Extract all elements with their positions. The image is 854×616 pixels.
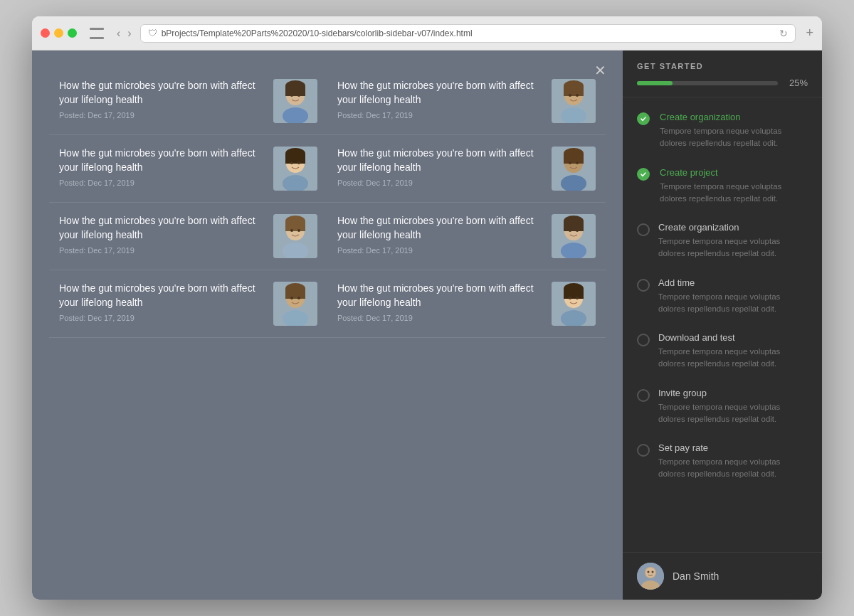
article-item[interactable]: How the gut microbes you're born with af… (49, 68, 327, 135)
article-meta: Posted: Dec 17, 2019 (59, 111, 265, 120)
item-title: Create project (660, 167, 808, 178)
sidebar-step-item[interactable]: Add time Tempore tempora neque voluptas … (623, 269, 822, 324)
sidebar-step-item[interactable]: Set pay rate Tempore tempora neque volup… (623, 434, 822, 489)
check-icon (637, 112, 651, 127)
item-title: Set pay rate (658, 442, 808, 453)
article-text: How the gut microbes you're born with af… (337, 282, 543, 322)
svg-rect-44 (564, 221, 584, 231)
svg-point-15 (561, 108, 586, 123)
progress-bar-fill (637, 81, 673, 85)
article-thumbnail (552, 282, 596, 326)
main-panel: ✕ How the gut microbes you're born with … (32, 51, 623, 600)
article-title: How the gut microbes you're born with af… (337, 214, 543, 242)
svg-point-29 (569, 161, 571, 164)
svg-rect-4 (285, 86, 305, 96)
item-description: Tempore tempora neque voluptas dolores r… (658, 456, 808, 481)
tabs-icon[interactable] (90, 28, 104, 39)
article-title: How the gut microbes you're born with af… (337, 79, 543, 107)
article-item[interactable]: How the gut microbes you're born with af… (327, 135, 606, 203)
article-text: How the gut microbes you're born with af… (337, 147, 543, 187)
item-content: Create project Tempore tempora neque vol… (660, 167, 808, 206)
article-item[interactable]: How the gut microbes you're born with af… (327, 68, 606, 135)
sidebar-step-item[interactable]: Download and test Tempore tempora neque … (623, 324, 822, 379)
article-item[interactable]: How the gut microbes you're born with af… (49, 270, 327, 338)
item-title: Create organization (660, 112, 808, 122)
unchecked-icon (637, 444, 650, 457)
browser-window: ‹ › 🛡 bProjects/Template%20Parts%202020/… (32, 16, 822, 600)
item-description: Tempore tempora neque voluptas dolores r… (658, 291, 808, 316)
item-title: Invite group (658, 388, 808, 398)
svg-point-46 (576, 229, 579, 232)
traffic-lights (41, 28, 77, 38)
sidebar-header: GET STARTED 25% (623, 51, 822, 97)
article-meta: Posted: Dec 17, 2019 (337, 179, 543, 187)
sidebar-step-item[interactable]: Create project Tempore tempora neque vol… (623, 159, 822, 214)
article-meta: Posted: Dec 17, 2019 (59, 246, 265, 255)
item-content: Add time Tempore tempora neque voluptas … (658, 277, 808, 316)
article-text: How the gut microbes you're born with af… (337, 214, 543, 255)
svg-rect-12 (564, 86, 584, 96)
svg-rect-28 (564, 154, 584, 164)
reload-button[interactable]: ↻ (779, 28, 788, 39)
article-title: How the gut microbes you're born with af… (337, 282, 543, 309)
article-title: How the gut microbes you're born with af… (59, 147, 265, 174)
sidebar-step-item[interactable]: Invite group Tempore tempora neque volup… (623, 379, 822, 435)
sidebar-items-list: Create organization Tempore tempora nequ… (623, 97, 822, 552)
svg-point-62 (576, 297, 579, 299)
progress-row: 25% (637, 78, 808, 88)
article-text: How the gut microbes you're born with af… (337, 79, 543, 120)
item-description: Tempore tempora neque voluptas dolores r… (658, 401, 808, 426)
article-title: How the gut microbes you're born with af… (337, 147, 543, 174)
item-description: Tempore tempora neque voluptas dolores r… (660, 181, 808, 206)
user-name: Dan Smith (673, 570, 719, 582)
svg-point-31 (561, 176, 586, 191)
sidebar-step-item[interactable]: Create organization Tempore tempora nequ… (623, 213, 822, 269)
article-title: How the gut microbes you're born with af… (59, 79, 265, 107)
svg-point-61 (569, 297, 571, 299)
user-avatar (637, 563, 664, 590)
svg-point-39 (283, 243, 308, 258)
svg-point-37 (290, 229, 293, 232)
svg-point-54 (297, 297, 300, 299)
svg-point-45 (569, 229, 571, 232)
close-button[interactable]: ✕ (590, 60, 610, 80)
progress-bar-background (637, 81, 778, 85)
svg-point-53 (290, 297, 293, 299)
article-item[interactable]: How the gut microbes you're born with af… (327, 270, 606, 338)
article-thumbnail (273, 214, 317, 258)
article-thumbnail (273, 147, 317, 191)
article-item[interactable]: How the gut microbes you're born with af… (49, 203, 327, 270)
svg-point-13 (569, 94, 571, 97)
sidebar-step-item[interactable]: Create organization Tempore tempora nequ… (623, 103, 822, 159)
unchecked-icon (637, 334, 650, 346)
svg-point-55 (283, 311, 308, 326)
item-content: Set pay rate Tempore tempora neque volup… (658, 442, 808, 481)
item-content: Download and test Tempore tempora neque … (658, 332, 808, 371)
traffic-light-green[interactable] (68, 28, 77, 38)
svg-point-47 (561, 243, 586, 258)
shield-icon: 🛡 (148, 28, 157, 38)
articles-grid: How the gut microbes you're born with af… (32, 51, 623, 352)
item-title: Download and test (658, 332, 808, 343)
item-title: Add time (658, 277, 808, 288)
article-title: How the gut microbes you're born with af… (59, 214, 265, 242)
new-tab-button[interactable]: + (806, 26, 813, 41)
item-content: Create organization Tempore tempora nequ… (660, 112, 808, 150)
back-button[interactable]: ‹ (115, 27, 122, 40)
article-item[interactable]: How the gut microbes you're born with af… (327, 203, 606, 270)
traffic-light-red[interactable] (41, 28, 50, 38)
item-description: Tempore tempora neque voluptas dolores r… (658, 235, 808, 260)
browser-chrome: ‹ › 🛡 bProjects/Template%20Parts%202020/… (32, 16, 822, 51)
sidebar-title: GET STARTED (637, 62, 808, 70)
unchecked-icon (637, 223, 650, 236)
traffic-light-yellow[interactable] (54, 28, 63, 38)
article-meta: Posted: Dec 17, 2019 (337, 314, 543, 322)
forward-button[interactable]: › (126, 27, 132, 40)
address-bar[interactable]: 🛡 bProjects/Template%20Parts%202020/10-s… (140, 24, 796, 43)
svg-point-21 (290, 161, 293, 164)
svg-point-6 (297, 94, 300, 97)
article-meta: Posted: Dec 17, 2019 (337, 246, 543, 255)
svg-point-23 (283, 176, 308, 191)
svg-point-69 (652, 571, 654, 573)
article-item[interactable]: How the gut microbes you're born with af… (49, 135, 327, 203)
